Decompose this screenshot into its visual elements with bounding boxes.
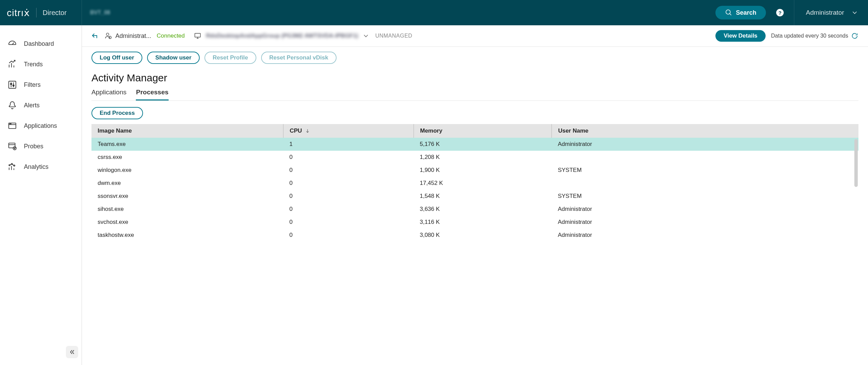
cell-cpu: 0 [283, 216, 414, 229]
connection-status: Connected [157, 32, 185, 39]
sidebar-item-applications[interactable]: Applications [0, 116, 82, 136]
refresh-info: Data updated every 30 seconds [771, 32, 858, 40]
log-off-button[interactable]: Log Off user [91, 52, 142, 64]
end-process-button[interactable]: End Process [91, 107, 143, 119]
sidebar-item-label: Dashboard [24, 40, 54, 48]
cell-image: dwm.exe [91, 177, 283, 190]
svg-rect-15 [9, 143, 15, 148]
svg-point-23 [14, 165, 15, 166]
managed-state: UNMANAGED [375, 33, 412, 39]
table-row[interactable]: ssonsvr.exe01,548 KSYSTEM [91, 190, 858, 203]
window-icon [8, 121, 17, 131]
cell-cpu: 0 [283, 229, 414, 242]
cell-user: Administrator [552, 138, 858, 151]
trends-icon [8, 59, 17, 69]
cell-memory: 3,080 K [414, 229, 552, 242]
environment-label: BVT_08 [90, 10, 110, 16]
col-memory[interactable]: Memory [414, 124, 552, 138]
session-action-row: Log Off user Shadow user Reset Profile R… [91, 52, 858, 64]
sidebar-item-filters[interactable]: Filters [0, 75, 82, 95]
search-icon [725, 9, 732, 16]
cell-user: Administrator [552, 203, 858, 216]
svg-point-14 [11, 123, 11, 124]
sidebar-item-analytics[interactable]: Analytics [0, 157, 82, 177]
svg-point-17 [13, 147, 16, 150]
page-title: Activity Manager [91, 72, 858, 84]
back-icon[interactable] [91, 32, 99, 40]
process-table: Image Name CPU Memory User Name Teams.ex… [91, 124, 858, 242]
table-row[interactable]: dwm.exe017,452 K [91, 177, 858, 190]
table-row[interactable]: csrss.exe01,208 K [91, 151, 858, 164]
machine-name: RdsDesktopAndAppGroup (PG3M2 AWTSVDA-IPB… [206, 32, 358, 39]
sidebar-item-label: Alerts [24, 102, 40, 109]
brand-divider [36, 8, 37, 17]
svg-point-0 [726, 10, 730, 14]
user-chip: i Administrat... [104, 32, 151, 40]
gauge-icon [8, 39, 17, 49]
sidebar-collapse-button[interactable] [66, 346, 78, 358]
tab-applications[interactable]: Applications [91, 86, 126, 100]
sidebar-item-label: Analytics [24, 163, 48, 171]
svg-rect-6 [9, 81, 16, 89]
cell-cpu: 0 [283, 190, 414, 203]
sidebar-item-dashboard[interactable]: Dashboard [0, 33, 82, 54]
context-bar: i Administrat... Connected RdsDesktopAnd… [82, 25, 868, 47]
monitor-icon [194, 32, 202, 40]
shadow-user-button[interactable]: Shadow user [147, 52, 200, 64]
bell-icon [8, 100, 17, 110]
cell-user: SYSTEM [552, 164, 858, 177]
main-panel: i Administrat... Connected RdsDesktopAnd… [82, 25, 868, 365]
search-button[interactable]: Search [715, 6, 766, 19]
col-image-name[interactable]: Image Name [91, 124, 283, 138]
chevron-down-icon[interactable] [362, 32, 370, 40]
context-user: Administrat... [115, 32, 151, 40]
cell-image: sihost.exe [91, 203, 283, 216]
tab-processes[interactable]: Processes [136, 86, 168, 100]
table-row[interactable]: winlogon.exe01,900 KSYSTEM [91, 164, 858, 177]
view-details-button[interactable]: View Details [715, 30, 766, 42]
cell-user: Administrator [552, 229, 858, 242]
table-row[interactable]: svchost.exe03,116 KAdministrator [91, 216, 858, 229]
brand-block: citrıẋ Director [0, 0, 82, 25]
svg-point-13 [10, 123, 10, 124]
process-table-wrap: Image Name CPU Memory User Name Teams.ex… [91, 124, 858, 365]
sidebar-item-label: Applications [24, 122, 57, 130]
cell-image: csrss.exe [91, 151, 283, 164]
cell-user [552, 177, 858, 190]
help-button[interactable]: ? [776, 9, 784, 16]
admin-label: Administrator [806, 9, 844, 16]
cell-image: Teams.exe [91, 138, 283, 151]
cell-memory: 1,208 K [414, 151, 552, 164]
admin-menu[interactable]: Administrator [794, 0, 858, 25]
sidebar-item-probes[interactable]: Probes [0, 136, 82, 157]
table-row[interactable]: Teams.exe15,176 KAdministrator [91, 138, 858, 151]
cell-memory: 1,548 K [414, 190, 552, 203]
table-row[interactable]: taskhostw.exe03,080 KAdministrator [91, 229, 858, 242]
cell-cpu: 0 [283, 177, 414, 190]
sidebar-item-alerts[interactable]: Alerts [0, 95, 82, 116]
cell-image: winlogon.exe [91, 164, 283, 177]
user-info-icon: i [104, 32, 112, 40]
product-name: Director [43, 9, 67, 17]
svg-point-8 [10, 83, 12, 85]
sidebar-item-trends[interactable]: Trends [0, 54, 82, 75]
table-row[interactable]: sihost.exe03,636 KAdministrator [91, 203, 858, 216]
top-bar: citrıẋ Director BVT_08 Search ? Administ… [0, 0, 868, 25]
sidebar-item-label: Filters [24, 81, 41, 89]
search-label: Search [736, 9, 756, 16]
cell-cpu: 0 [283, 203, 414, 216]
reset-profile-button: Reset Profile [204, 52, 256, 64]
svg-text:i: i [110, 37, 110, 39]
refresh-icon[interactable] [851, 32, 858, 40]
cell-image: taskhostw.exe [91, 229, 283, 242]
cell-cpu: 0 [283, 151, 414, 164]
svg-rect-27 [195, 33, 201, 37]
sidebar-item-label: Probes [24, 143, 43, 150]
col-cpu[interactable]: CPU [283, 124, 414, 138]
sidebar: Dashboard Trends Filters Alerts Applicat… [0, 25, 82, 365]
scrollbar-thumb[interactable] [854, 139, 858, 187]
reset-personal-vdisk-button: Reset Personal vDisk [261, 52, 337, 64]
col-user-name[interactable]: User Name [552, 124, 858, 138]
chevron-double-left-icon [68, 348, 76, 356]
probes-icon [8, 141, 17, 151]
